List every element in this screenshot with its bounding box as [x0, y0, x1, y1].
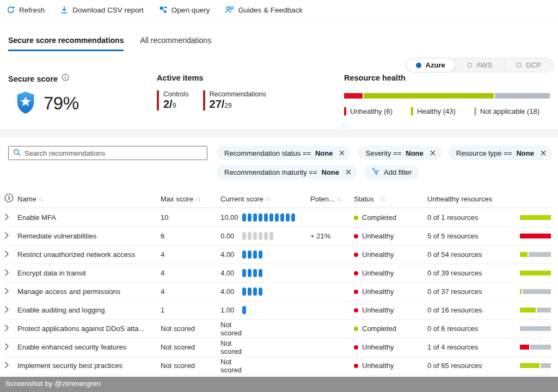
- close-icon[interactable]: [540, 150, 547, 156]
- table-row[interactable]: Enable auditing and logging 1 1.00 Unhea…: [4, 301, 551, 320]
- tab-all-recommendations[interactable]: All recommendations: [140, 36, 211, 51]
- chevron-right-icon[interactable]: [4, 306, 9, 315]
- status-dot-icon: [354, 253, 358, 257]
- guides-feedback-label: Guides & Feedback: [238, 6, 303, 14]
- score-segments: [242, 213, 295, 222]
- sort-icon[interactable]: ↑↓: [266, 195, 271, 202]
- cloud-option-azure[interactable]: Azure: [406, 58, 455, 72]
- radio-selected-icon: [416, 63, 421, 68]
- close-icon[interactable]: [339, 150, 345, 156]
- tab-secure-score-recommendations[interactable]: Secure score recommendations: [8, 36, 124, 51]
- status-dot-icon: [354, 234, 358, 238]
- sort-icon[interactable]: ↑↓: [195, 196, 201, 203]
- controls-total: 9: [173, 102, 176, 109]
- search-input[interactable]: [24, 149, 203, 157]
- close-icon[interactable]: [345, 169, 352, 175]
- table-row[interactable]: Remediate vulnerabilities 6 0.00 + 21% U…: [4, 227, 551, 246]
- close-icon[interactable]: [430, 150, 436, 156]
- current-score-value: 4.00: [220, 250, 242, 259]
- sort-icon[interactable]: ↑↓: [337, 196, 342, 203]
- current-score-value: 4.00: [220, 269, 242, 277]
- resource-health-mini-bar: [520, 289, 551, 294]
- table-row[interactable]: Restrict unauthorized network access 4 4…: [4, 246, 551, 264]
- controls-label: Controls: [163, 90, 189, 98]
- chevron-right-icon[interactable]: [4, 250, 9, 259]
- sort-icon[interactable]: ↑↓: [39, 196, 44, 203]
- chevron-right-icon[interactable]: [4, 213, 9, 222]
- max-score-value: 1: [161, 306, 220, 314]
- resource-health-mini-bar: [520, 345, 551, 350]
- current-score-value: 1.00: [220, 306, 242, 314]
- command-bar: Refresh Download CSV report Open query G…: [0, 0, 558, 20]
- controls-count: 2/: [163, 98, 173, 110]
- filter-pill-resource-type[interactable]: Resource type ==None: [449, 146, 552, 160]
- recommendation-name[interactable]: Enable enhanced security features: [17, 343, 126, 351]
- recommendation-name[interactable]: Restrict unauthorized network access: [17, 250, 135, 259]
- add-filter-button[interactable]: Add filter: [364, 165, 419, 179]
- max-score-value: 10: [161, 213, 220, 222]
- column-header-potential[interactable]: Poten...↑↓: [310, 195, 354, 203]
- table-row[interactable]: Manage access and permissions 4 4.00 Unh…: [4, 283, 551, 301]
- recommendation-name[interactable]: Protect applications against DDoS atta..…: [17, 324, 144, 333]
- recommendations-stat: Recommendations 27/29: [203, 90, 266, 111]
- expand-all-icon[interactable]: [4, 193, 14, 204]
- unhealthy-resources-value: 1 of 4 resources: [427, 343, 520, 351]
- table-row[interactable]: Implement security best practices Not sc…: [4, 357, 551, 375]
- unhealthy-resources-value: 5 of 5 resources: [427, 232, 520, 240]
- resource-health-legend: Unhealthy (6) Healthy (43) Not applicabl…: [344, 107, 539, 115]
- cloud-option-aws[interactable]: AWS: [455, 58, 504, 72]
- column-header-name[interactable]: Name↑↓: [17, 195, 161, 203]
- filter-pill-severity[interactable]: Severity ==None: [358, 146, 441, 160]
- table-row[interactable]: Enable enhanced security features Not sc…: [4, 338, 551, 357]
- chevron-right-icon[interactable]: [4, 287, 9, 296]
- status-label: Unhealthy: [362, 232, 394, 240]
- column-header-max-score[interactable]: Max score↑↓: [161, 195, 220, 203]
- chevron-right-icon[interactable]: [4, 232, 9, 241]
- table-row[interactable]: Protect applications against DDoS atta..…: [4, 320, 551, 338]
- recommendations-count: 27/: [210, 98, 225, 110]
- chevron-right-icon[interactable]: [4, 362, 9, 370]
- open-query-button[interactable]: Open query: [159, 5, 210, 14]
- unhealthy-resources-value: 0 of 65 resources: [427, 362, 520, 370]
- table-row[interactable]: Enable MFA 10 10.00 Completed 0 of 1 res…: [4, 209, 551, 227]
- download-csv-button[interactable]: Download CSV report: [60, 5, 144, 14]
- potential-increase-value: + 21%: [310, 232, 354, 240]
- open-query-label: Open query: [171, 6, 210, 14]
- column-header-status[interactable]: Status↑↓: [354, 195, 427, 203]
- active-items-title: Active items: [157, 74, 203, 82]
- current-score-value: 10.00: [220, 213, 242, 222]
- guides-feedback-button[interactable]: Guides & Feedback: [225, 5, 303, 14]
- max-score-value: Not scored: [161, 324, 220, 333]
- status-dot-icon: [354, 327, 358, 331]
- filter-pill-recommendation-status[interactable]: Recommendation status ==None: [217, 146, 351, 160]
- chevron-right-icon[interactable]: [4, 324, 9, 333]
- cloud-environment-selector: Azure AWS GCP: [406, 58, 554, 72]
- chevron-right-icon[interactable]: [4, 343, 9, 352]
- status-dot-icon: [354, 364, 358, 368]
- recommendation-name[interactable]: Encrypt data in transit: [17, 269, 86, 277]
- unhealthy-resources-value: 0 of 16 resources: [427, 306, 520, 314]
- recommendation-name[interactable]: Enable MFA: [17, 213, 56, 222]
- resource-health-mini-bar: [520, 363, 551, 368]
- status-dot-icon: [354, 271, 358, 275]
- info-icon[interactable]: [62, 74, 69, 83]
- status-dot-icon: [354, 308, 358, 313]
- sort-icon[interactable]: ↑↓: [380, 195, 385, 202]
- cloud-option-gcp[interactable]: GCP: [504, 58, 553, 72]
- download-csv-label: Download CSV report: [72, 6, 144, 14]
- secure-score-title: Secure score: [8, 74, 69, 83]
- recommendation-name[interactable]: Implement security best practices: [17, 362, 122, 370]
- resource-health-mini-bar: [520, 326, 551, 331]
- chevron-right-icon[interactable]: [4, 269, 9, 278]
- recommendation-name[interactable]: Manage access and permissions: [17, 287, 120, 296]
- recommendation-name[interactable]: Enable auditing and logging: [17, 306, 105, 314]
- score-segments: [242, 269, 262, 277]
- refresh-button[interactable]: Refresh: [7, 5, 45, 14]
- unhealthy-resources-value: 0 of 39 resources: [427, 269, 520, 277]
- recommendations-label: Recommendations: [210, 90, 266, 98]
- column-header-current-score[interactable]: Current score↑↓: [220, 195, 310, 203]
- filter-pill-recommendation-maturity[interactable]: Recommendation maturity ==None: [217, 165, 357, 179]
- table-row[interactable]: Encrypt data in transit 4 4.00 Unhealthy…: [4, 264, 551, 283]
- recommendation-name[interactable]: Remediate vulnerabilities: [17, 232, 96, 240]
- add-filter-icon: [372, 167, 380, 177]
